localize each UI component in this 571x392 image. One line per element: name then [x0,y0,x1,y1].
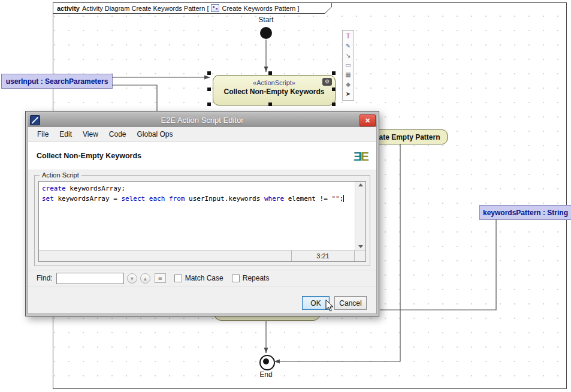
frame-title-label: Activity Diagram Create Keywords Pattern… [82,5,209,12]
find-history-button[interactable]: ≡ [155,273,166,283]
end-node-label: End [252,370,280,379]
editor-status-bar: 3:21 [39,250,365,261]
selection-handle[interactable] [268,102,272,106]
repeats-label: Repeats [243,274,270,282]
activity-diagram-icon [211,4,219,12]
text-caret [343,195,344,202]
frame-kind-label: activity [57,5,80,12]
menu-item-code[interactable]: Code [104,130,132,138]
arrow-tool-icon[interactable]: ➤ [344,90,352,98]
action-name-label: Collect Non-Empty Keywords [213,88,335,96]
menu-bar: FileEditViewCodeGlobal Ops [28,127,376,141]
e2e-logo-right: E [361,149,368,163]
frame-diagram-name-label: Create Keywords Pattern ] [222,5,299,12]
text-tool-icon[interactable]: T [344,32,352,41]
actionscript-badge-icon[interactable]: ⚙ [322,78,332,86]
selection-handle[interactable] [332,88,336,91]
mouse-cursor-icon [325,299,335,312]
menu-item-file[interactable]: File [32,130,54,138]
anchor-tool-icon[interactable]: ↘ [344,52,352,60]
horizontal-scrollbar[interactable] [39,251,291,261]
find-previous-button[interactable]: ▴ [140,273,150,284]
end-node[interactable] [259,355,275,370]
vertical-scrollbar[interactable] [355,182,365,250]
code-line: create keywordsArray; [42,183,352,194]
dialog-title: E2E Action Script Editor [28,116,377,125]
action-script-editor-dialog: E2E Action Script Editor ✕ FileEditViewC… [25,111,379,316]
dialog-app-icon [30,115,40,125]
groupbox-label: Action Script [40,171,81,179]
close-button[interactable]: ✕ [359,114,376,126]
end-node-inner [263,358,269,364]
scroll-down-icon[interactable] [358,245,363,248]
find-label: Find: [37,274,53,282]
diamond-tool-icon[interactable]: ◆ [344,80,352,89]
dialog-titlebar[interactable]: E2E Action Script Editor ✕ [28,113,377,127]
match-case-label: Match Case [185,274,223,282]
grid-tool-icon[interactable]: ▦ [344,71,352,79]
status-end-cell [354,251,365,261]
find-input[interactable] [56,273,124,284]
menu-item-view[interactable]: View [77,130,104,138]
object-node-userinput[interactable]: userInput : SearchParameters [1,74,113,89]
code-area[interactable]: create keywordsArray;set keywordsArray =… [39,182,355,250]
rect-tool-icon[interactable]: ▭ [344,61,352,70]
start-node-label: Start [252,16,280,24]
code-editor[interactable]: create keywordsArray;set keywordsArray =… [38,181,366,262]
selection-handle[interactable] [207,102,211,106]
action-node-collect-keywords[interactable]: «ActionScript» Collect Non-Empty Keyword… [213,75,336,105]
match-case-checkbox[interactable] [174,275,182,282]
menu-item-global-ops[interactable]: Global Ops [132,130,179,138]
start-node[interactable] [260,27,272,39]
caret-position-indicator: 3:21 [291,251,354,261]
selection-handle[interactable] [332,102,336,106]
cancel-button[interactable]: Cancel [334,296,367,310]
menu-item-edit[interactable]: Edit [54,130,77,138]
floating-toolbar[interactable]: T✎↘▭▦◆➤ [342,30,354,101]
find-next-button[interactable]: ▾ [127,273,137,284]
stereotype-label: «ActionScript» [213,79,335,86]
object-node-keywordspattern[interactable]: keywordsPattern : String [479,205,571,220]
scroll-up-icon[interactable] [358,183,363,186]
dialog-buttons: OK Cancel [28,296,376,310]
e2e-logo-icon: ƎE [354,150,368,162]
diagram-frame-tab: activity Activity Diagram Create Keyword… [53,2,332,14]
selection-handle[interactable] [332,71,336,75]
script-name-label: Collect Non-Empty Keywords [37,152,141,160]
dialog-client: FileEditViewCodeGlobal Ops Collect Non-E… [28,127,377,314]
selection-handle[interactable] [207,71,211,75]
code-line: set keywordsArray = select each from use… [42,194,352,204]
desktop: activity Activity Diagram Create Keyword… [0,0,571,392]
dialog-header: Collect Non-Empty Keywords ƎE [28,141,376,170]
find-bar: Find: ▾ ▴ ≡ Match Case Repeats [28,270,376,287]
action-script-groupbox: Action Script create keywordsArray;set k… [34,175,370,266]
selection-handle[interactable] [268,71,272,75]
selection-handle[interactable] [207,88,211,91]
note-tool-icon[interactable]: ✎ [344,42,352,50]
repeats-checkbox[interactable] [232,275,240,282]
e2e-logo-left: Ǝ [354,149,361,163]
